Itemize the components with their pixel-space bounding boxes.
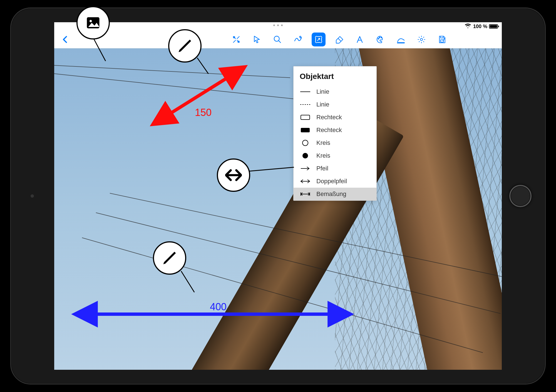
popover-item-label: Linie [316,88,329,95]
battery-icon [489,24,498,29]
popover-item-dimension[interactable]: Bemaßung [294,188,376,200]
status-bar: 100 % [54,22,502,31]
popover-item-label: Rechteck [316,126,342,134]
svg-point-21 [302,140,308,146]
popover-item-line-dashed[interactable]: Linie [294,98,376,111]
popover-item-label: Kreis [316,139,330,147]
rect-filled-icon [300,127,311,133]
line-dashed-icon [300,103,311,106]
popover-item-label: Doppelpfeil [316,178,347,185]
save-button[interactable] [435,33,449,46]
callout-edit-top [168,29,202,63]
pencil-icon [177,38,193,54]
red-dimension-label[interactable]: 150 [195,107,212,118]
wifi-icon [465,24,471,29]
callout-image [76,6,110,39]
arrow-double-icon [300,179,311,183]
double-arrow-icon [225,167,242,183]
screen: 100 % [54,22,502,370]
front-camera [31,194,34,198]
svg-line-8 [338,38,341,41]
popover-item-label: Linie [316,101,329,108]
ipad-frame: 100 % [11,8,545,384]
svg-point-11 [381,37,382,38]
stroke-tool[interactable] [394,33,408,46]
color-tool[interactable] [373,33,387,46]
text-tool[interactable] [353,33,367,46]
dimension-icon [300,192,311,196]
popover-item-label: Kreis [316,152,330,159]
svg-point-13 [420,38,423,41]
circle-outline-icon [300,139,311,147]
popover-item-circle-outline[interactable]: Kreis [294,137,376,149]
freehand-tool[interactable] [291,33,305,46]
svg-point-2 [274,36,279,41]
callout-dimension [217,158,250,192]
svg-rect-20 [301,128,310,132]
popover-title: Objektart [294,66,376,85]
popover-item-rect-outline[interactable]: Rechteck [294,111,376,124]
popover-item-arrow[interactable]: Pfeil [294,162,376,175]
select-tool[interactable] [250,33,264,46]
tools-menu-button[interactable] [229,33,243,46]
shapes-tool[interactable] [312,33,326,46]
search-tool[interactable] [270,33,284,46]
battery-text: 100 % [473,24,487,29]
pencil-icon [161,250,178,266]
svg-point-22 [302,153,308,158]
blue-dimension-label[interactable]: 400 [210,301,227,313]
popover-item-label: Rechteck [316,114,342,121]
svg-point-29 [90,20,92,23]
popover-item-label: Pfeil [316,165,328,172]
line-solid-icon [300,90,311,94]
eraser-tool[interactable] [332,33,346,46]
settings-button[interactable] [414,33,428,46]
popover-item-double-arrow[interactable]: Doppelpfeil [294,175,376,188]
callout-edit-bottom [153,241,186,275]
shapes-popover: Objektart Linie Linie Rechteck Rechteck [293,66,377,201]
circle-filled-icon [300,152,311,159]
multitask-dots [273,24,283,26]
home-button[interactable] [509,185,532,207]
popover-item-line-solid[interactable]: Linie [294,85,376,98]
popover-item-rect-filled[interactable]: Rechteck [294,124,376,137]
svg-point-10 [379,37,380,38]
popover-item-label: Bemaßung [316,190,346,198]
photo-canvas[interactable]: 150 400 Objektart Linie Linie [54,48,502,370]
image-icon [85,14,101,31]
back-button[interactable] [58,33,72,46]
rect-outline-icon [300,114,311,120]
toolbar [54,31,502,48]
svg-rect-19 [301,115,310,120]
popover-item-circle-filled[interactable]: Kreis [294,149,376,162]
svg-line-3 [279,41,281,43]
svg-point-9 [378,38,379,39]
red-dimension-arrow[interactable] [146,59,252,132]
arrow-right-icon [300,166,311,171]
